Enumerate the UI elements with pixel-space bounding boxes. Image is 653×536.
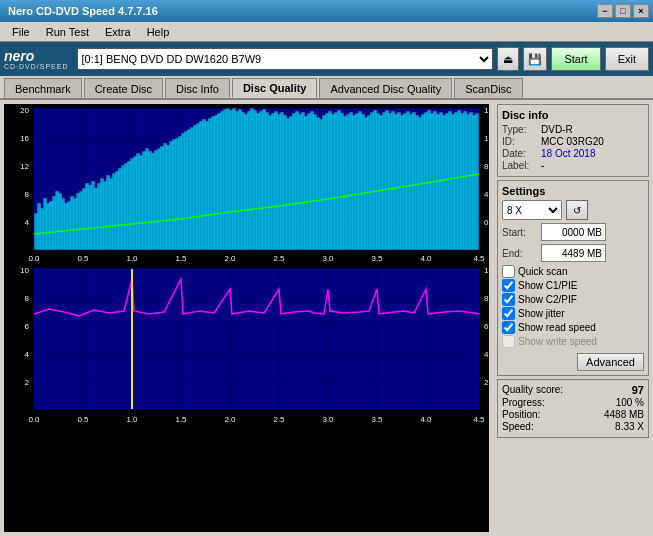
svg-rect-123 (320, 120, 322, 249)
svg-rect-74 (173, 140, 175, 249)
speed-select[interactable]: 8 X Max 4 X (502, 200, 562, 220)
type-value: DVD-R (541, 124, 573, 135)
end-input[interactable] (541, 244, 606, 262)
svg-rect-125 (326, 114, 328, 249)
tab-disc-info[interactable]: Disc Info (165, 78, 230, 98)
start-button[interactable]: Start (551, 47, 600, 71)
minimize-button[interactable]: − (597, 4, 613, 18)
svg-rect-95 (236, 112, 238, 249)
tab-benchmark[interactable]: Benchmark (4, 78, 82, 98)
tab-scan-disc[interactable]: ScanDisc (454, 78, 522, 98)
position-label: Position: (502, 409, 540, 420)
tab-disc-quality[interactable]: Disc Quality (232, 78, 318, 98)
svg-rect-97 (242, 113, 244, 249)
quick-scan-checkbox[interactable] (502, 265, 515, 278)
svg-rect-172 (467, 115, 469, 249)
svg-rect-140 (371, 113, 373, 249)
svg-rect-89 (218, 114, 220, 249)
save-button[interactable]: 💾 (523, 47, 547, 71)
svg-rect-88 (215, 116, 217, 249)
svg-rect-109 (278, 115, 280, 249)
svg-rect-30 (41, 209, 43, 249)
svg-rect-101 (254, 111, 256, 249)
c1pie-checkbox[interactable] (502, 279, 515, 292)
close-button[interactable]: × (633, 4, 649, 18)
speed-label: Speed: (502, 421, 534, 432)
svg-text:4.5: 4.5 (473, 254, 485, 263)
svg-rect-146 (389, 114, 391, 249)
end-label: End: (502, 248, 537, 259)
tab-advanced-disc-quality[interactable]: Advanced Disc Quality (319, 78, 452, 98)
svg-rect-34 (53, 197, 55, 249)
menu-file[interactable]: File (4, 24, 38, 40)
svg-rect-63 (140, 156, 142, 249)
svg-rect-98 (245, 115, 247, 249)
svg-text:3.0: 3.0 (322, 415, 334, 424)
svg-text:10: 10 (484, 266, 489, 275)
svg-rect-99 (248, 112, 250, 249)
menu-run-test[interactable]: Run Test (38, 24, 97, 40)
svg-rect-83 (200, 122, 202, 249)
refresh-button[interactable]: ↺ (566, 200, 588, 220)
advanced-button[interactable]: Advanced (577, 353, 644, 371)
svg-rect-150 (401, 116, 403, 249)
read-speed-label: Show read speed (518, 322, 596, 333)
svg-rect-127 (332, 115, 334, 249)
settings-title: Settings (502, 185, 644, 197)
svg-rect-54 (113, 174, 115, 249)
svg-rect-107 (272, 114, 274, 249)
drive-select[interactable]: [0:1] BENQ DVD DD DW1620 B7W9 (77, 48, 494, 70)
maximize-button[interactable]: □ (615, 4, 631, 18)
svg-rect-66 (149, 152, 151, 249)
svg-text:4: 4 (484, 190, 489, 199)
start-input[interactable] (541, 223, 606, 241)
eject-button[interactable]: ⏏ (497, 47, 519, 71)
svg-rect-36 (59, 194, 61, 249)
svg-text:0.0: 0.0 (28, 254, 40, 263)
c2pif-label: Show C2/PIF (518, 294, 577, 305)
svg-text:0: 0 (484, 218, 489, 227)
svg-rect-48 (95, 189, 97, 249)
disc-label-value: - (541, 160, 544, 171)
svg-text:2.5: 2.5 (273, 415, 285, 424)
menu-extra[interactable]: Extra (97, 24, 139, 40)
logo: nero CD·DVD/SPEED (4, 49, 69, 70)
svg-rect-136 (359, 112, 361, 249)
write-speed-checkbox[interactable] (502, 335, 515, 348)
toolbar: nero CD·DVD/SPEED [0:1] BENQ DVD DD DW16… (0, 42, 653, 76)
svg-rect-134 (353, 116, 355, 249)
tab-create-disc[interactable]: Create Disc (84, 78, 163, 98)
svg-rect-158 (425, 113, 427, 249)
svg-rect-133 (350, 113, 352, 249)
svg-text:10: 10 (20, 266, 29, 275)
svg-rect-103 (260, 112, 262, 249)
svg-rect-82 (197, 124, 199, 249)
logo-text: nero (4, 49, 69, 63)
exit-button[interactable]: Exit (605, 47, 649, 71)
svg-text:16: 16 (484, 106, 489, 115)
c2pif-checkbox[interactable] (502, 293, 515, 306)
svg-rect-85 (206, 122, 208, 249)
svg-rect-78 (185, 132, 187, 249)
svg-rect-138 (365, 118, 367, 249)
jitter-checkbox[interactable] (502, 307, 515, 320)
svg-rect-106 (269, 116, 271, 249)
svg-rect-126 (329, 112, 331, 249)
quick-scan-label: Quick scan (518, 266, 567, 277)
svg-rect-81 (194, 126, 196, 249)
svg-rect-153 (410, 115, 412, 249)
svg-rect-111 (284, 116, 286, 249)
svg-rect-90 (221, 112, 223, 249)
chart-svg: 20 16 12 8 4 16 12 8 4 0 (4, 104, 489, 532)
svg-rect-141 (374, 111, 376, 249)
svg-rect-96 (239, 110, 241, 249)
read-speed-checkbox[interactable] (502, 321, 515, 334)
svg-rect-173 (470, 113, 472, 249)
svg-rect-120 (311, 112, 313, 249)
menu-help[interactable]: Help (139, 24, 178, 40)
svg-rect-47 (92, 182, 94, 249)
svg-rect-122 (317, 118, 319, 249)
svg-text:8: 8 (484, 294, 489, 303)
svg-rect-118 (305, 117, 307, 249)
svg-text:12: 12 (20, 162, 29, 171)
